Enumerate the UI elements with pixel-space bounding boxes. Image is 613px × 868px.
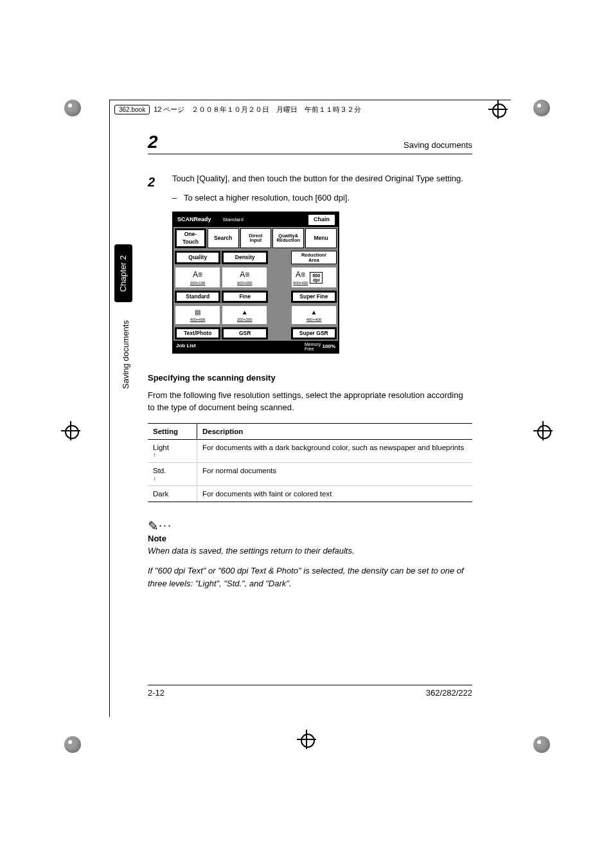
step-sub: To select a higher resolution, touch [60… xyxy=(172,192,472,204)
table-row: Std. For normal documents xyxy=(148,462,472,485)
cell-light: Light xyxy=(153,444,169,451)
lcd-gsr-button[interactable]: GSR xyxy=(222,327,267,339)
running-head: 2 Saving documents xyxy=(148,132,472,154)
lcd-textphoto-button[interactable]: Text/Photo xyxy=(175,327,220,339)
chapter-number: 2 xyxy=(148,132,158,152)
th-setting: Setting xyxy=(148,423,197,439)
lcd-supergsr-button[interactable]: Super GSR xyxy=(291,327,337,339)
lcd-tab-menu[interactable]: Menu xyxy=(305,228,337,249)
lcd-panel: SCANReady Standard Chain One-Touch Searc… xyxy=(172,212,339,354)
corner-dot-tl xyxy=(64,100,81,116)
footer-right: 362/282/222 xyxy=(426,688,472,698)
note-block: ✎... Note When data is saved, the settin… xyxy=(148,516,472,590)
page-frame: 362.book 12 ページ ２００８年１０月２０日 月曜日 午前１１時３２分… xyxy=(109,100,511,717)
reg-mark-bottom xyxy=(297,730,316,749)
note-dots-icon: ... xyxy=(159,516,172,529)
th-description: Description xyxy=(197,423,473,439)
cell-std: Std. xyxy=(153,467,166,475)
note-title: Note xyxy=(148,534,472,543)
reg-mark-left xyxy=(61,421,80,440)
cell-dark: Dark xyxy=(148,485,197,502)
lcd-res-200x100[interactable]: A≡ 200×100 xyxy=(175,267,220,288)
lcd-title: SCANReady xyxy=(177,215,211,224)
lcd-quality-button[interactable]: Quality xyxy=(175,251,220,264)
lcd-tab-quality[interactable]: Quality& Reduction xyxy=(272,228,304,249)
note-body-2: If "600 dpi Text" or "600 dpi Text & Pho… xyxy=(148,565,472,590)
pencil-icon: ✎ xyxy=(148,519,159,533)
section-para: From the following five resolution setti… xyxy=(148,389,472,414)
settings-table: Setting Description Light For documents … xyxy=(148,423,472,502)
arrow-up-icon xyxy=(153,451,191,458)
print-header: 362.book 12 ページ ２００８年１０月２０日 月曜日 午前１１時３２分 xyxy=(114,105,511,114)
lcd-joblist[interactable]: Job List xyxy=(176,342,196,351)
cell-std-desc: For normal documents xyxy=(197,462,473,485)
corner-dot-br xyxy=(533,736,550,753)
step-text: Touch [Quality], and then touch the butt… xyxy=(172,172,472,185)
lcd-fine-button[interactable]: Fine xyxy=(222,291,267,303)
lcd-res-400x400[interactable]: A≡ 400×400 600 dpi xyxy=(291,267,337,288)
step-number: 2 xyxy=(148,172,161,354)
lcd-supergsr-icon[interactable]: ▲ 400×400 xyxy=(291,305,337,325)
arrow-down-icon xyxy=(153,475,191,482)
lcd-mem-value: 100% xyxy=(323,343,335,349)
lcd-tab-search[interactable]: Search xyxy=(208,228,239,249)
table-row: Dark For documents with faint or colored… xyxy=(148,485,472,502)
lcd-mem-label: Memory Free xyxy=(305,342,321,351)
corner-dot-bl xyxy=(64,736,81,753)
cell-dark-desc: For documents with faint or colored text xyxy=(197,485,473,502)
lcd-600dpi-button[interactable]: 600 dpi xyxy=(310,272,323,284)
lcd-subtitle: Standard xyxy=(223,216,244,224)
print-header-text: 12 ページ ２００８年１０月２０日 月曜日 午前１１時３２分 xyxy=(154,105,361,114)
lcd-tab-onetouch[interactable]: One-Touch xyxy=(175,228,206,249)
footer-left: 2-12 xyxy=(148,688,164,698)
reg-mark-right xyxy=(533,421,553,440)
running-title: Saving documents xyxy=(404,140,472,150)
page-footer: 2-12 362/282/222 xyxy=(148,685,472,698)
lcd-density-button[interactable]: Density xyxy=(222,251,267,264)
file-pill: 362.book xyxy=(114,105,150,114)
table-row: Light For documents with a dark backgrou… xyxy=(148,439,472,462)
step-2: 2 Touch [Quality], and then touch the bu… xyxy=(148,172,472,354)
lcd-textphoto-icon[interactable]: ▤ 400×400 xyxy=(175,305,220,325)
side-label: Saving documents xyxy=(121,320,130,389)
lcd-standard-button[interactable]: Standard xyxy=(175,291,220,303)
lcd-res-200x200[interactable]: A≡ 200×200 xyxy=(222,267,267,288)
lcd-tab-direct[interactable]: Direct Input xyxy=(240,228,272,249)
side-tab: Chapter 2 xyxy=(114,244,132,302)
cell-light-desc: For documents with a dark background col… xyxy=(197,439,473,462)
section-heading: Specifying the scanning density xyxy=(148,373,472,383)
lcd-superfine-button[interactable]: Super Fine xyxy=(291,291,337,303)
lcd-reduction-button[interactable]: Reduction/ Area xyxy=(291,251,337,264)
side-tab-label: Chapter 2 xyxy=(119,255,129,291)
note-body-1: When data is saved, the settings return … xyxy=(148,545,472,557)
corner-dot-tr xyxy=(533,100,550,116)
lcd-gsr-icon[interactable]: ▲ 200×200 xyxy=(222,305,267,325)
lcd-chain-button[interactable]: Chain xyxy=(308,214,335,226)
